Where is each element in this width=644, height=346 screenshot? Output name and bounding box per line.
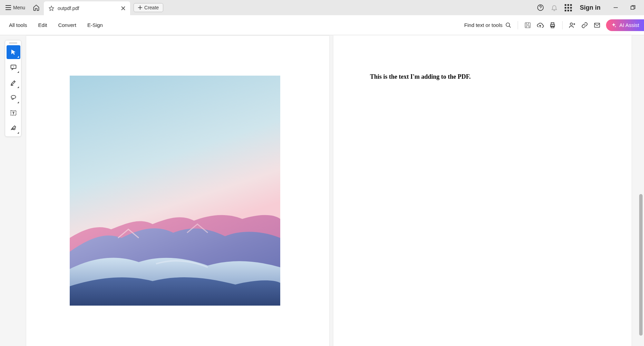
- svg-rect-6: [551, 22, 554, 24]
- highlighter-icon: [10, 79, 17, 86]
- svg-point-3: [506, 23, 510, 27]
- mail-icon: [594, 22, 601, 28]
- email-button[interactable]: [591, 19, 603, 31]
- ai-label: AI Assist: [619, 22, 639, 28]
- link-button[interactable]: [578, 19, 591, 31]
- titlebar: Menu outpdf.pdf Create Sign in: [0, 0, 644, 15]
- separator: [562, 21, 563, 29]
- sign-tool[interactable]: [7, 121, 20, 135]
- toolbar: All tools Edit Convert E-Sign Find text …: [0, 15, 644, 35]
- toolbar-convert[interactable]: Convert: [53, 19, 81, 31]
- find-button[interactable]: Find text or tools: [461, 20, 514, 30]
- document-tab[interactable]: outpdf.pdf: [44, 1, 130, 15]
- maximize-button[interactable]: [626, 1, 640, 15]
- toolbar-esign[interactable]: E-Sign: [82, 19, 108, 31]
- home-icon: [33, 4, 40, 11]
- minimize-button[interactable]: [609, 1, 623, 15]
- help-icon: [537, 4, 544, 11]
- scrollbar-thumb[interactable]: [639, 194, 643, 336]
- search-icon: [505, 22, 511, 28]
- notifications-button[interactable]: [547, 1, 561, 15]
- signature-icon: [10, 125, 17, 132]
- help-button[interactable]: [534, 1, 547, 15]
- lasso-icon: [10, 95, 17, 101]
- menu-button[interactable]: Menu: [2, 3, 29, 12]
- cloud-upload-icon: [536, 22, 544, 29]
- plus-icon: [138, 6, 142, 10]
- save-icon: [524, 22, 531, 29]
- page-2[interactable]: This is the text I'm adding to the PDF.: [333, 35, 632, 346]
- embedded-image: [70, 76, 280, 306]
- palette-drag-handle[interactable]: [7, 42, 20, 44]
- share-people-button[interactable]: [566, 19, 578, 31]
- workspace: This is the text I'm adding to the PDF.: [0, 35, 644, 346]
- comment-icon: [10, 64, 17, 71]
- apps-button[interactable]: [561, 1, 575, 15]
- menu-label: Menu: [13, 5, 25, 10]
- close-icon: [121, 6, 125, 10]
- print-button[interactable]: [546, 19, 559, 31]
- apps-grid-icon: [565, 4, 572, 11]
- link-icon: [581, 22, 588, 29]
- comment-tool[interactable]: [7, 60, 20, 74]
- toolbar-left: All tools Edit Convert E-Sign: [4, 19, 108, 31]
- vertical-scrollbar[interactable]: [636, 35, 644, 346]
- window-controls: [609, 1, 640, 15]
- minimize-icon: [613, 5, 618, 10]
- page-2-body-text: This is the text I'm adding to the PDF.: [370, 73, 471, 80]
- tab-title: outpdf.pdf: [58, 6, 116, 11]
- page-spread: This is the text I'm adding to the PDF.: [26, 35, 632, 346]
- star-icon[interactable]: [49, 6, 54, 11]
- hamburger-icon: [6, 5, 11, 10]
- text-box-icon: [10, 109, 17, 116]
- ai-sparkle-icon: [611, 22, 616, 28]
- svg-point-11: [11, 95, 16, 98]
- draw-tool[interactable]: [7, 91, 20, 105]
- toolbar-all-tools[interactable]: All tools: [4, 19, 32, 31]
- cursor-icon: [10, 49, 17, 56]
- sign-in-button[interactable]: Sign in: [575, 4, 605, 11]
- home-button[interactable]: [31, 2, 42, 13]
- people-plus-icon: [568, 22, 576, 29]
- svg-marker-0: [49, 6, 53, 10]
- text-box-tool[interactable]: [7, 106, 20, 120]
- upload-button[interactable]: [534, 19, 546, 31]
- ai-assistant-button[interactable]: AI Assist: [606, 19, 644, 31]
- separator: [518, 21, 518, 29]
- highlight-tool[interactable]: [7, 76, 20, 89]
- maximize-icon: [631, 5, 635, 10]
- svg-rect-4: [525, 22, 530, 28]
- page-1[interactable]: [26, 35, 329, 346]
- create-label: Create: [144, 5, 159, 10]
- find-label: Find text or tools: [464, 22, 502, 28]
- tab-close-button[interactable]: [120, 5, 127, 12]
- bell-icon: [551, 4, 558, 11]
- create-button[interactable]: Create: [134, 3, 163, 12]
- toolbar-edit[interactable]: Edit: [33, 19, 52, 31]
- svg-rect-2: [631, 6, 634, 9]
- save-button[interactable]: [521, 19, 534, 31]
- tool-palette: [5, 40, 21, 137]
- svg-point-8: [570, 23, 573, 25]
- select-tool[interactable]: [7, 45, 20, 59]
- print-icon: [549, 22, 556, 29]
